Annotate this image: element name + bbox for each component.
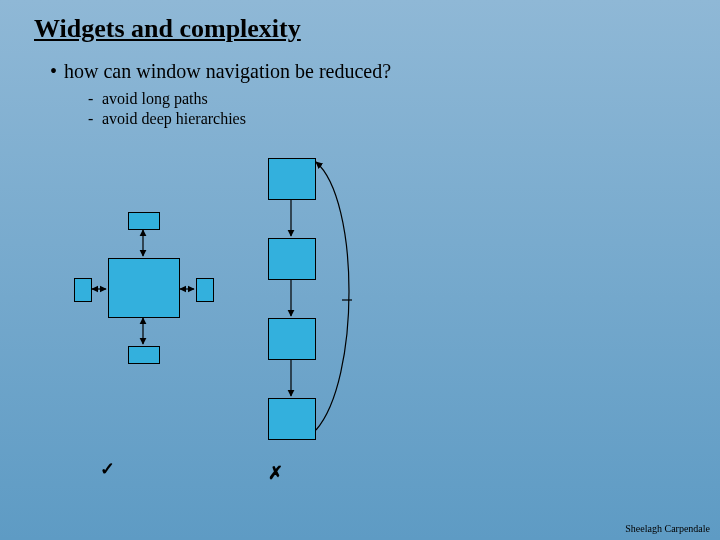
crossmark-icon: ✗ — [268, 462, 283, 484]
right-back-arc — [316, 162, 349, 430]
author-credit: Sheelagh Carpendale — [625, 523, 710, 534]
slide: Widgets and complexity •how can window n… — [0, 0, 720, 540]
checkmark-icon: ✓ — [100, 458, 115, 480]
